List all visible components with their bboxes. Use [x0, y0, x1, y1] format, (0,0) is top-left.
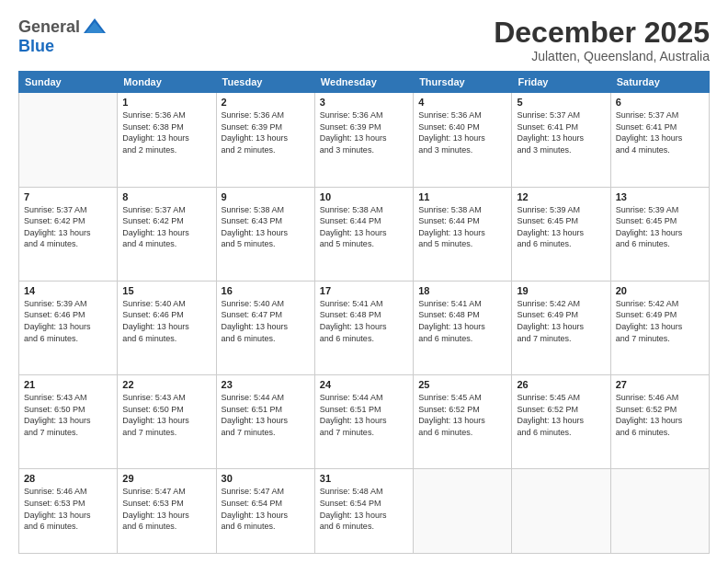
calendar-cell: 26Sunrise: 5:45 AM Sunset: 6:52 PM Dayli… [512, 375, 610, 469]
header: General Blue December 2025 Julatten, Que… [18, 17, 710, 63]
page: General Blue December 2025 Julatten, Que… [0, 0, 728, 563]
day-info: Sunrise: 5:44 AM Sunset: 6:51 PM Dayligh… [222, 392, 310, 438]
day-info: Sunrise: 5:38 AM Sunset: 6:44 PM Dayligh… [418, 204, 506, 250]
calendar-cell: 13Sunrise: 5:39 AM Sunset: 6:45 PM Dayli… [610, 187, 709, 281]
day-info: Sunrise: 5:40 AM Sunset: 6:46 PM Dayligh… [122, 298, 210, 344]
day-number: 24 [320, 379, 408, 390]
calendar-cell: 21Sunrise: 5:43 AM Sunset: 6:50 PM Dayli… [19, 375, 118, 469]
day-number: 13 [616, 191, 704, 202]
calendar-cell: 30Sunrise: 5:47 AM Sunset: 6:54 PM Dayli… [216, 469, 314, 554]
day-number: 29 [122, 473, 210, 484]
day-info: Sunrise: 5:45 AM Sunset: 6:52 PM Dayligh… [517, 392, 605, 438]
day-number: 25 [418, 379, 506, 390]
calendar-week-3: 14Sunrise: 5:39 AM Sunset: 6:46 PM Dayli… [19, 281, 710, 374]
calendar-cell: 6Sunrise: 5:37 AM Sunset: 6:41 PM Daylig… [610, 93, 709, 187]
column-header-sunday: Sunday [19, 72, 118, 93]
calendar-cell: 8Sunrise: 5:37 AM Sunset: 6:42 PM Daylig… [118, 187, 216, 281]
calendar-cell: 9Sunrise: 5:38 AM Sunset: 6:43 PM Daylig… [216, 187, 314, 281]
column-header-friday: Friday [512, 72, 610, 93]
day-number: 27 [616, 379, 704, 390]
day-info: Sunrise: 5:39 AM Sunset: 6:46 PM Dayligh… [24, 298, 112, 344]
calendar-week-4: 21Sunrise: 5:43 AM Sunset: 6:50 PM Dayli… [19, 375, 710, 469]
day-info: Sunrise: 5:39 AM Sunset: 6:45 PM Dayligh… [517, 204, 605, 250]
calendar-cell: 14Sunrise: 5:39 AM Sunset: 6:46 PM Dayli… [19, 281, 118, 374]
calendar-cell: 23Sunrise: 5:44 AM Sunset: 6:51 PM Dayli… [216, 375, 314, 469]
day-number: 21 [24, 379, 112, 390]
calendar-cell: 22Sunrise: 5:43 AM Sunset: 6:50 PM Dayli… [118, 375, 216, 469]
day-info: Sunrise: 5:41 AM Sunset: 6:48 PM Dayligh… [418, 298, 506, 344]
day-number: 28 [24, 473, 112, 484]
calendar-week-5: 28Sunrise: 5:46 AM Sunset: 6:53 PM Dayli… [19, 469, 710, 554]
day-info: Sunrise: 5:37 AM Sunset: 6:41 PM Dayligh… [616, 109, 704, 155]
calendar-cell: 15Sunrise: 5:40 AM Sunset: 6:46 PM Dayli… [118, 281, 216, 374]
calendar: SundayMondayTuesdayWednesdayThursdayFrid… [18, 71, 710, 554]
day-info: Sunrise: 5:37 AM Sunset: 6:41 PM Dayligh… [517, 109, 605, 155]
logo: General Blue [18, 17, 108, 56]
day-info: Sunrise: 5:44 AM Sunset: 6:51 PM Dayligh… [320, 392, 408, 438]
logo-text: General [18, 17, 108, 37]
day-number: 30 [222, 473, 310, 484]
calendar-cell: 2Sunrise: 5:36 AM Sunset: 6:39 PM Daylig… [216, 93, 314, 187]
calendar-cell: 3Sunrise: 5:36 AM Sunset: 6:39 PM Daylig… [314, 93, 413, 187]
calendar-cell: 16Sunrise: 5:40 AM Sunset: 6:47 PM Dayli… [216, 281, 314, 374]
calendar-cell: 11Sunrise: 5:38 AM Sunset: 6:44 PM Dayli… [414, 187, 512, 281]
day-number: 22 [122, 379, 210, 390]
calendar-cell: 1Sunrise: 5:36 AM Sunset: 6:38 PM Daylig… [118, 93, 216, 187]
day-info: Sunrise: 5:43 AM Sunset: 6:50 PM Dayligh… [24, 392, 112, 438]
calendar-cell [610, 469, 709, 554]
day-number: 6 [616, 97, 704, 108]
day-info: Sunrise: 5:46 AM Sunset: 6:53 PM Dayligh… [24, 486, 112, 532]
day-info: Sunrise: 5:36 AM Sunset: 6:40 PM Dayligh… [418, 109, 506, 155]
day-info: Sunrise: 5:46 AM Sunset: 6:52 PM Dayligh… [616, 392, 704, 438]
day-number: 4 [418, 97, 506, 108]
day-info: Sunrise: 5:36 AM Sunset: 6:38 PM Dayligh… [122, 109, 210, 155]
column-header-tuesday: Tuesday [216, 72, 314, 93]
day-number: 2 [222, 97, 310, 108]
day-number: 31 [320, 473, 408, 484]
column-header-wednesday: Wednesday [314, 72, 413, 93]
calendar-cell: 10Sunrise: 5:38 AM Sunset: 6:44 PM Dayli… [314, 187, 413, 281]
day-number: 12 [517, 191, 605, 202]
day-number: 20 [616, 285, 704, 296]
day-number: 8 [122, 191, 210, 202]
calendar-week-2: 7Sunrise: 5:37 AM Sunset: 6:42 PM Daylig… [19, 187, 710, 281]
day-info: Sunrise: 5:36 AM Sunset: 6:39 PM Dayligh… [320, 109, 408, 155]
day-number: 7 [24, 191, 112, 202]
location: Julatten, Queensland, Australia [494, 49, 710, 63]
day-number: 16 [222, 285, 310, 296]
calendar-cell [19, 93, 118, 187]
day-info: Sunrise: 5:37 AM Sunset: 6:42 PM Dayligh… [24, 204, 112, 250]
calendar-cell: 17Sunrise: 5:41 AM Sunset: 6:48 PM Dayli… [314, 281, 413, 374]
calendar-cell [512, 469, 610, 554]
day-number: 17 [320, 285, 408, 296]
day-info: Sunrise: 5:47 AM Sunset: 6:54 PM Dayligh… [222, 486, 310, 532]
day-info: Sunrise: 5:42 AM Sunset: 6:49 PM Dayligh… [616, 298, 704, 344]
day-info: Sunrise: 5:48 AM Sunset: 6:54 PM Dayligh… [320, 486, 408, 532]
day-info: Sunrise: 5:38 AM Sunset: 6:44 PM Dayligh… [320, 204, 408, 250]
day-number: 5 [517, 97, 605, 108]
logo-icon [82, 17, 108, 37]
day-number: 19 [517, 285, 605, 296]
calendar-cell: 5Sunrise: 5:37 AM Sunset: 6:41 PM Daylig… [512, 93, 610, 187]
column-header-saturday: Saturday [610, 72, 709, 93]
calendar-cell [414, 469, 512, 554]
column-header-monday: Monday [118, 72, 216, 93]
calendar-cell: 29Sunrise: 5:47 AM Sunset: 6:53 PM Dayli… [118, 469, 216, 554]
calendar-header-row: SundayMondayTuesdayWednesdayThursdayFrid… [19, 72, 710, 93]
calendar-cell: 27Sunrise: 5:46 AM Sunset: 6:52 PM Dayli… [610, 375, 709, 469]
day-info: Sunrise: 5:39 AM Sunset: 6:45 PM Dayligh… [616, 204, 704, 250]
day-info: Sunrise: 5:45 AM Sunset: 6:52 PM Dayligh… [418, 392, 506, 438]
day-number: 26 [517, 379, 605, 390]
calendar-week-1: 1Sunrise: 5:36 AM Sunset: 6:38 PM Daylig… [19, 93, 710, 187]
calendar-cell: 24Sunrise: 5:44 AM Sunset: 6:51 PM Dayli… [314, 375, 413, 469]
day-number: 15 [122, 285, 210, 296]
day-number: 3 [320, 97, 408, 108]
calendar-cell: 19Sunrise: 5:42 AM Sunset: 6:49 PM Dayli… [512, 281, 610, 374]
title-section: December 2025 Julatten, Queensland, Aust… [494, 17, 710, 63]
calendar-cell: 7Sunrise: 5:37 AM Sunset: 6:42 PM Daylig… [19, 187, 118, 281]
day-info: Sunrise: 5:47 AM Sunset: 6:53 PM Dayligh… [122, 486, 210, 532]
day-number: 23 [222, 379, 310, 390]
calendar-cell: 18Sunrise: 5:41 AM Sunset: 6:48 PM Dayli… [414, 281, 512, 374]
column-header-thursday: Thursday [414, 72, 512, 93]
day-info: Sunrise: 5:40 AM Sunset: 6:47 PM Dayligh… [222, 298, 310, 344]
